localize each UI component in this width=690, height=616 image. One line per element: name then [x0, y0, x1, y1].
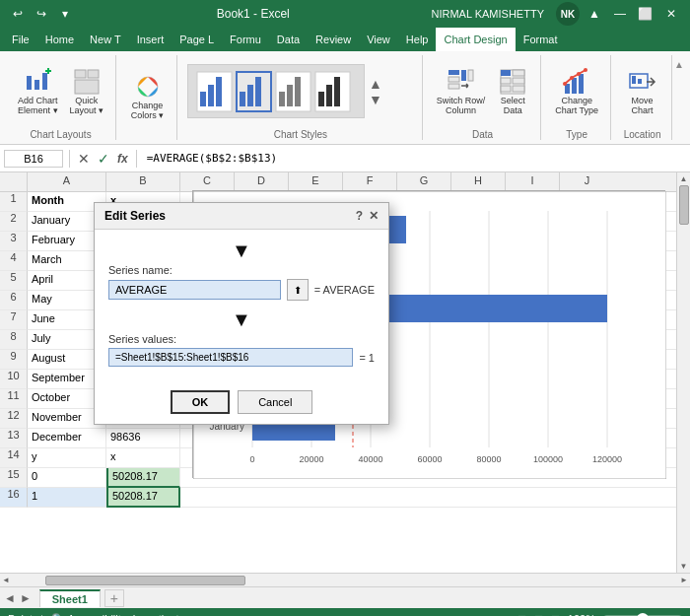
cell-b7[interactable] — [106, 310, 180, 330]
select-data-button[interactable]: SelectData — [493, 66, 532, 117]
menu-home[interactable]: Home — [37, 28, 82, 51]
cell-b9[interactable]: 32746 — [106, 350, 180, 370]
cell-a16[interactable]: 1 — [28, 488, 106, 508]
change-chart-type-button[interactable]: ChangeChart Type — [551, 66, 602, 117]
cell-a10[interactable]: September — [28, 370, 106, 389]
ribbon-toggle-button[interactable]: ▲ — [584, 3, 605, 25]
cell-b11[interactable]: 22345 — [106, 389, 180, 409]
scroll-right-button[interactable]: ► — [680, 576, 688, 584]
col-header-g[interactable]: G — [397, 172, 451, 191]
switch-row-column-button[interactable]: Switch Row/Column — [433, 66, 490, 117]
user-avatar[interactable]: NK — [556, 2, 580, 26]
cell-a11[interactable]: October — [28, 389, 106, 409]
cell-d1[interactable] — [235, 192, 289, 212]
menu-view[interactable]: View — [359, 28, 398, 51]
col-header-e[interactable]: E — [289, 172, 343, 191]
customize-qa-button[interactable]: ▾ — [55, 4, 75, 24]
cell-a15[interactable]: 0 — [28, 468, 106, 488]
col-header-a[interactable]: A — [28, 172, 106, 191]
quick-layout-button[interactable]: QuickLayout ▾ — [66, 66, 108, 117]
menu-help[interactable]: Help — [398, 28, 437, 51]
formula-bar: ✕ ✓ fx — [0, 145, 690, 172]
insert-function-button[interactable]: fx — [115, 152, 130, 166]
minimize-button[interactable]: — — [609, 3, 631, 25]
cell-a3[interactable]: February — [28, 232, 106, 251]
styles-scroll-down[interactable]: ▼ — [369, 92, 382, 107]
page-view-button[interactable]: ⊠ — [551, 613, 560, 617]
col-header-d[interactable]: D — [235, 172, 289, 191]
cell-a2[interactable]: January — [28, 212, 106, 232]
col-header-i[interactable]: I — [506, 172, 560, 191]
cell-b1[interactable]: x — [106, 192, 180, 212]
menu-data[interactable]: Data — [269, 28, 308, 51]
col-header-f[interactable]: F — [343, 172, 397, 191]
cell-b15[interactable]: 50208.17 — [106, 468, 180, 488]
scroll-up-button[interactable]: ▲ — [680, 174, 688, 183]
menu-review[interactable]: Review — [308, 28, 359, 51]
scroll-left-button[interactable]: ◄ — [2, 576, 10, 584]
accessibility-link[interactable]: 🔍 Accessibility: Investigate — [51, 613, 185, 617]
cell-a1[interactable]: Month — [28, 192, 106, 212]
cell-c1[interactable] — [180, 192, 235, 212]
cell-b6[interactable] — [106, 291, 180, 310]
add-sheet-button[interactable]: + — [104, 589, 124, 607]
col-header-c[interactable]: C — [180, 172, 235, 191]
h-scroll-thumb[interactable] — [45, 576, 245, 585]
scroll-sheets-left[interactable]: ◄ — [4, 591, 16, 605]
cell-b16[interactable]: 50208.17 — [106, 488, 180, 508]
page-break-button[interactable]: ⊟ — [534, 613, 543, 617]
table-row: 4 March — [0, 251, 676, 271]
svg-rect-5 — [75, 70, 86, 78]
cell-a7[interactable]: June — [28, 310, 106, 330]
menu-file[interactable]: File — [4, 28, 37, 51]
cell-b3[interactable] — [106, 232, 180, 251]
cell-a13[interactable]: December — [28, 429, 106, 448]
cell-b5[interactable] — [106, 271, 180, 291]
menu-formu[interactable]: Formu — [222, 28, 269, 51]
cell-b12[interactable]: 23456 — [106, 409, 180, 429]
cell-a5[interactable]: April — [28, 271, 106, 291]
change-colors-button[interactable]: ChangeColors ▾ — [127, 71, 169, 122]
cell-b14[interactable]: x — [106, 448, 180, 468]
redo-button[interactable]: ↪ — [32, 4, 51, 24]
col-header-b[interactable]: B — [106, 172, 180, 191]
vertical-scrollbar[interactable]: ▲ ▼ — [676, 172, 690, 573]
cell-a12[interactable]: November — [28, 409, 106, 429]
cell-b13[interactable]: 98636 — [106, 429, 180, 448]
chart-styles-gallery[interactable] — [187, 64, 365, 118]
page-layout-button[interactable]: ⊞ — [518, 613, 526, 617]
menu-chart-design[interactable]: Chart Design — [436, 28, 515, 51]
col-header-h[interactable]: H — [451, 172, 506, 191]
table-row: 14 y x — [0, 448, 676, 468]
sheet-tab-sheet1[interactable]: Sheet1 — [39, 589, 101, 607]
restore-button[interactable]: ⬜ — [635, 3, 656, 25]
cell-a14[interactable]: y — [28, 448, 106, 468]
styles-scroll-up[interactable]: ▲ — [369, 76, 382, 92]
menu-insert[interactable]: Insert — [129, 28, 172, 51]
col-header-j[interactable]: J — [560, 172, 614, 191]
cell-b10[interactable]: 27843 — [106, 370, 180, 389]
cancel-formula-button[interactable]: ✕ — [76, 151, 92, 167]
undo-button[interactable]: ↩ — [8, 4, 28, 24]
scroll-thumb[interactable] — [679, 185, 689, 225]
menu-newt[interactable]: New T — [82, 28, 129, 51]
ribbon-collapse[interactable]: ▲ — [674, 55, 684, 140]
cell-b4[interactable] — [106, 251, 180, 271]
confirm-formula-button[interactable]: ✓ — [96, 151, 111, 167]
move-chart-button[interactable]: MoveChart — [623, 66, 662, 117]
menu-format[interactable]: Format — [516, 28, 566, 51]
menu-pagel[interactable]: Page L — [172, 28, 222, 51]
close-button[interactable]: ✕ — [660, 3, 682, 25]
formula-input[interactable] — [143, 150, 686, 167]
cell-b8[interactable]: 10:55 — [106, 330, 180, 350]
cell-a9[interactable]: August — [28, 350, 106, 370]
scroll-sheets-right[interactable]: ► — [20, 591, 32, 605]
select-data-icon — [499, 68, 526, 96]
cell-a4[interactable]: March — [28, 251, 106, 271]
scroll-down-button[interactable]: ▼ — [680, 562, 688, 571]
cell-a6[interactable]: May — [28, 291, 106, 310]
cell-reference-input[interactable] — [4, 150, 63, 168]
cell-b2[interactable] — [106, 212, 180, 232]
add-chart-element-button[interactable]: Add ChartElement ▾ — [14, 66, 62, 117]
cell-a8[interactable]: July — [28, 330, 106, 350]
